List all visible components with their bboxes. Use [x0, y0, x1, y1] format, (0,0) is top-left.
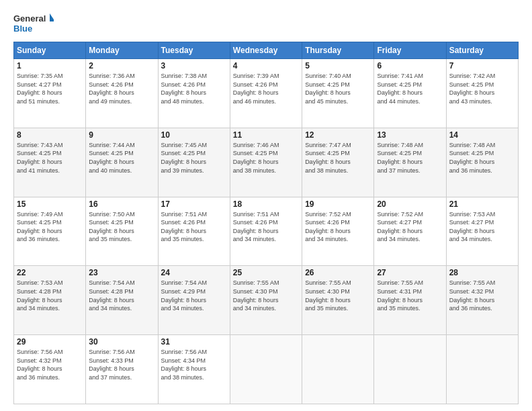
calendar-cell: 30Sunrise: 7:56 AMSunset: 4:33 PMDayligh…	[86, 335, 158, 404]
calendar-cell: 29Sunrise: 7:56 AMSunset: 4:32 PMDayligh…	[14, 335, 86, 404]
day-number: 4	[233, 61, 299, 71]
header-friday: Friday	[374, 42, 446, 59]
day-number: 21	[449, 199, 515, 209]
calendar-body: 1Sunrise: 7:35 AMSunset: 4:27 PMDaylight…	[14, 59, 519, 404]
calendar-cell	[302, 335, 374, 404]
day-info: Sunrise: 7:54 AMSunset: 4:29 PMDaylight:…	[161, 279, 227, 312]
calendar-cell: 17Sunrise: 7:51 AMSunset: 4:26 PMDayligh…	[158, 197, 230, 266]
day-number: 27	[377, 268, 443, 277]
day-info: Sunrise: 7:55 AMSunset: 4:30 PMDaylight:…	[233, 279, 299, 312]
calendar-cell: 21Sunrise: 7:53 AMSunset: 4:27 PMDayligh…	[446, 197, 518, 266]
day-info: Sunrise: 7:40 AMSunset: 4:25 PMDaylight:…	[305, 72, 371, 105]
calendar-cell: 14Sunrise: 7:48 AMSunset: 4:25 PMDayligh…	[446, 128, 518, 197]
calendar-cell: 6Sunrise: 7:41 AMSunset: 4:25 PMDaylight…	[374, 59, 446, 128]
day-number: 17	[161, 199, 227, 209]
calendar-cell: 16Sunrise: 7:50 AMSunset: 4:25 PMDayligh…	[86, 197, 158, 266]
day-info: Sunrise: 7:46 AMSunset: 4:25 PMDaylight:…	[233, 141, 299, 175]
calendar-cell: 4Sunrise: 7:39 AMSunset: 4:26 PMDaylight…	[230, 59, 302, 128]
day-info: Sunrise: 7:48 AMSunset: 4:25 PMDaylight:…	[449, 141, 515, 175]
calendar-cell	[230, 335, 302, 404]
day-info: Sunrise: 7:56 AMSunset: 4:34 PMDaylight:…	[161, 348, 227, 381]
calendar-page: General Blue SundayMondayTuesdayWednesda…	[0, 0, 532, 411]
day-info: Sunrise: 7:36 AMSunset: 4:26 PMDaylight:…	[89, 72, 154, 105]
day-info: Sunrise: 7:55 AMSunset: 4:31 PMDaylight:…	[377, 279, 443, 312]
day-info: Sunrise: 7:51 AMSunset: 4:26 PMDaylight:…	[233, 210, 299, 244]
day-number: 22	[17, 268, 83, 277]
header-tuesday: Tuesday	[158, 42, 230, 59]
calendar-cell: 26Sunrise: 7:55 AMSunset: 4:30 PMDayligh…	[302, 266, 374, 335]
day-info: Sunrise: 7:52 AMSunset: 4:26 PMDaylight:…	[305, 210, 371, 244]
calendar-cell: 20Sunrise: 7:52 AMSunset: 4:27 PMDayligh…	[374, 197, 446, 266]
calendar-cell: 13Sunrise: 7:48 AMSunset: 4:25 PMDayligh…	[374, 128, 446, 197]
week-row-4: 22Sunrise: 7:53 AMSunset: 4:28 PMDayligh…	[14, 266, 519, 335]
day-number: 9	[89, 130, 154, 140]
day-number: 11	[233, 130, 299, 140]
day-number: 7	[449, 61, 515, 71]
top-section: General Blue	[13, 12, 519, 36]
day-info: Sunrise: 7:42 AMSunset: 4:25 PMDaylight:…	[449, 72, 515, 105]
calendar-cell: 8Sunrise: 7:43 AMSunset: 4:25 PMDaylight…	[14, 128, 86, 197]
day-number: 13	[377, 130, 443, 140]
day-info: Sunrise: 7:55 AMSunset: 4:32 PMDaylight:…	[449, 279, 515, 312]
svg-marker-2	[50, 13, 54, 21]
calendar-cell: 25Sunrise: 7:55 AMSunset: 4:30 PMDayligh…	[230, 266, 302, 335]
day-info: Sunrise: 7:52 AMSunset: 4:27 PMDaylight:…	[377, 210, 443, 244]
day-number: 6	[377, 61, 443, 71]
day-info: Sunrise: 7:39 AMSunset: 4:26 PMDaylight:…	[233, 72, 299, 105]
week-row-2: 8Sunrise: 7:43 AMSunset: 4:25 PMDaylight…	[14, 128, 519, 197]
header-thursday: Thursday	[302, 42, 374, 59]
day-number: 20	[377, 199, 443, 209]
day-info: Sunrise: 7:41 AMSunset: 4:25 PMDaylight:…	[377, 72, 443, 105]
day-info: Sunrise: 7:56 AMSunset: 4:33 PMDaylight:…	[89, 348, 154, 381]
calendar-cell: 15Sunrise: 7:49 AMSunset: 4:25 PMDayligh…	[14, 197, 86, 266]
day-info: Sunrise: 7:44 AMSunset: 4:25 PMDaylight:…	[89, 141, 154, 175]
day-number: 5	[305, 61, 371, 71]
day-info: Sunrise: 7:53 AMSunset: 4:28 PMDaylight:…	[17, 279, 83, 312]
calendar-cell: 22Sunrise: 7:53 AMSunset: 4:28 PMDayligh…	[14, 266, 86, 335]
day-number: 23	[89, 268, 154, 277]
svg-text:General: General	[13, 13, 46, 24]
day-info: Sunrise: 7:54 AMSunset: 4:28 PMDaylight:…	[89, 279, 154, 312]
calendar-cell: 31Sunrise: 7:56 AMSunset: 4:34 PMDayligh…	[158, 335, 230, 404]
day-number: 18	[233, 199, 299, 209]
day-info: Sunrise: 7:45 AMSunset: 4:25 PMDaylight:…	[161, 141, 227, 175]
calendar-table: SundayMondayTuesdayWednesdayThursdayFrid…	[13, 42, 519, 404]
header-wednesday: Wednesday	[230, 42, 302, 59]
day-number: 8	[17, 130, 83, 140]
day-number: 14	[449, 130, 515, 140]
svg-text:Blue: Blue	[13, 24, 32, 34]
calendar-cell: 7Sunrise: 7:42 AMSunset: 4:25 PMDaylight…	[446, 59, 518, 128]
calendar-cell: 24Sunrise: 7:54 AMSunset: 4:29 PMDayligh…	[158, 266, 230, 335]
day-info: Sunrise: 7:43 AMSunset: 4:25 PMDaylight:…	[17, 141, 83, 175]
day-number: 29	[17, 337, 83, 347]
day-number: 16	[89, 199, 154, 209]
calendar-cell: 2Sunrise: 7:36 AMSunset: 4:26 PMDaylight…	[86, 59, 158, 128]
calendar-cell: 12Sunrise: 7:47 AMSunset: 4:25 PMDayligh…	[302, 128, 374, 197]
day-number: 31	[161, 337, 227, 347]
day-info: Sunrise: 7:38 AMSunset: 4:26 PMDaylight:…	[161, 72, 227, 105]
week-row-1: 1Sunrise: 7:35 AMSunset: 4:27 PMDaylight…	[14, 59, 519, 128]
calendar-cell: 19Sunrise: 7:52 AMSunset: 4:26 PMDayligh…	[302, 197, 374, 266]
day-info: Sunrise: 7:35 AMSunset: 4:27 PMDaylight:…	[17, 72, 83, 105]
day-number: 3	[161, 61, 227, 71]
calendar-cell: 5Sunrise: 7:40 AMSunset: 4:25 PMDaylight…	[302, 59, 374, 128]
day-number: 25	[233, 268, 299, 277]
logo: General Blue	[13, 12, 54, 36]
day-number: 19	[305, 199, 371, 209]
calendar-cell: 3Sunrise: 7:38 AMSunset: 4:26 PMDaylight…	[158, 59, 230, 128]
day-number: 15	[17, 199, 83, 209]
week-row-5: 29Sunrise: 7:56 AMSunset: 4:32 PMDayligh…	[14, 335, 519, 404]
day-number: 28	[449, 268, 515, 277]
day-number: 30	[89, 337, 154, 347]
day-info: Sunrise: 7:49 AMSunset: 4:25 PMDaylight:…	[17, 210, 83, 244]
day-number: 2	[89, 61, 154, 71]
day-number: 12	[305, 130, 371, 140]
header-monday: Monday	[86, 42, 158, 59]
day-info: Sunrise: 7:55 AMSunset: 4:30 PMDaylight:…	[305, 279, 371, 312]
day-info: Sunrise: 7:50 AMSunset: 4:25 PMDaylight:…	[89, 210, 154, 244]
day-info: Sunrise: 7:53 AMSunset: 4:27 PMDaylight:…	[449, 210, 515, 244]
calendar-cell: 23Sunrise: 7:54 AMSunset: 4:28 PMDayligh…	[86, 266, 158, 335]
day-number: 26	[305, 268, 371, 277]
day-info: Sunrise: 7:56 AMSunset: 4:32 PMDaylight:…	[17, 348, 83, 381]
day-info: Sunrise: 7:47 AMSunset: 4:25 PMDaylight:…	[305, 141, 371, 175]
